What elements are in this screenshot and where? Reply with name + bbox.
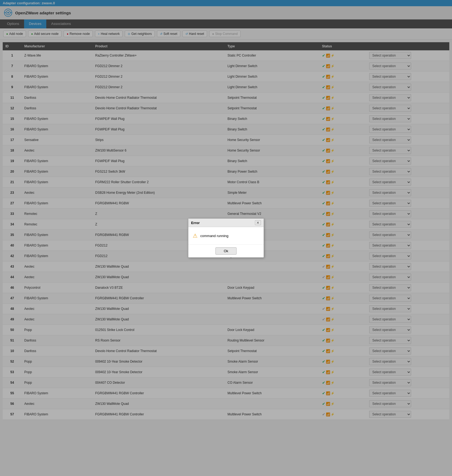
- modal-overlay: Error ✕ ⚠ command running Ok: [0, 0, 452, 422]
- modal-footer: Ok: [188, 244, 264, 257]
- modal-close-button[interactable]: ✕: [255, 220, 261, 225]
- modal-ok-button[interactable]: Ok: [215, 247, 237, 255]
- modal-body: ⚠ command running: [188, 227, 264, 244]
- modal-header: Error ✕: [188, 219, 264, 227]
- modal-title: Error: [191, 221, 200, 225]
- modal-warning-icon: ⚠: [193, 232, 198, 239]
- modal-message: command running: [200, 234, 228, 238]
- error-modal: Error ✕ ⚠ command running Ok: [188, 218, 264, 258]
